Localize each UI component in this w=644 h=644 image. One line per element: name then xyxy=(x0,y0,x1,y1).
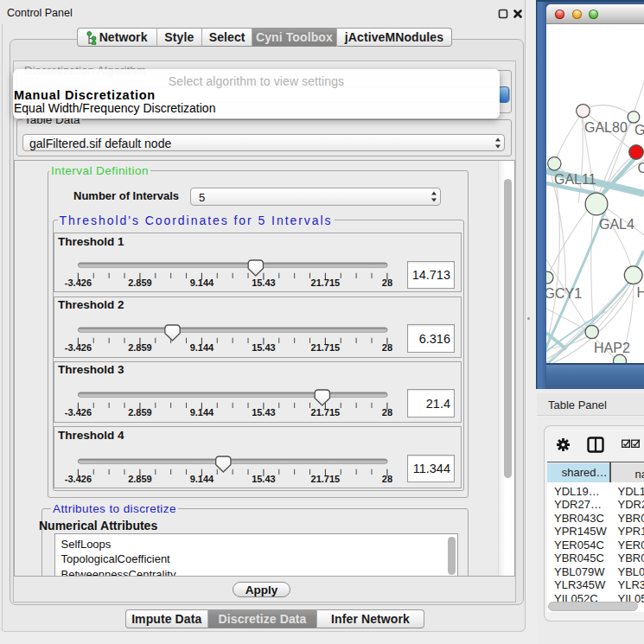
svg-text:21.715: 21.715 xyxy=(311,407,341,418)
svg-text:-3.426: -3.426 xyxy=(65,342,92,353)
svg-text:-3.426: -3.426 xyxy=(65,407,92,418)
svg-text:28: 28 xyxy=(382,407,392,418)
svg-text:GA: GA xyxy=(634,123,644,137)
svg-text:28: 28 xyxy=(382,277,392,288)
svg-text:9.144: 9.144 xyxy=(190,407,214,418)
svg-text:21.715: 21.715 xyxy=(311,277,341,288)
svg-text:21.715: 21.715 xyxy=(311,474,341,484)
svg-text:15.43: 15.43 xyxy=(252,277,276,288)
svg-text:-3.426: -3.426 xyxy=(65,277,92,288)
svg-text:2.859: 2.859 xyxy=(128,474,152,484)
svg-text:15.43: 15.43 xyxy=(252,407,276,418)
svg-text:9.144: 9.144 xyxy=(190,474,214,484)
svg-text:GCY1: GCY1 xyxy=(546,286,582,301)
svg-text:-3.426: -3.426 xyxy=(65,474,92,484)
svg-text:GAL11: GAL11 xyxy=(554,172,596,187)
svg-text:GAL4: GAL4 xyxy=(599,217,634,232)
svg-text:HAP2: HAP2 xyxy=(594,341,630,355)
svg-text:28: 28 xyxy=(382,474,392,484)
svg-text:15.43: 15.43 xyxy=(252,342,276,353)
svg-text:GAL80: GAL80 xyxy=(584,120,628,135)
svg-text:9.144: 9.144 xyxy=(190,277,214,288)
svg-text:21.715: 21.715 xyxy=(311,342,341,353)
svg-text:2.859: 2.859 xyxy=(128,342,152,353)
svg-text:9.144: 9.144 xyxy=(190,342,214,353)
svg-text:28: 28 xyxy=(382,342,392,353)
svg-text:C: C xyxy=(638,161,644,175)
svg-text:H: H xyxy=(637,285,644,300)
svg-text:2.859: 2.859 xyxy=(128,407,152,418)
svg-text:15.43: 15.43 xyxy=(252,474,276,484)
svg-text:2.859: 2.859 xyxy=(128,277,152,288)
